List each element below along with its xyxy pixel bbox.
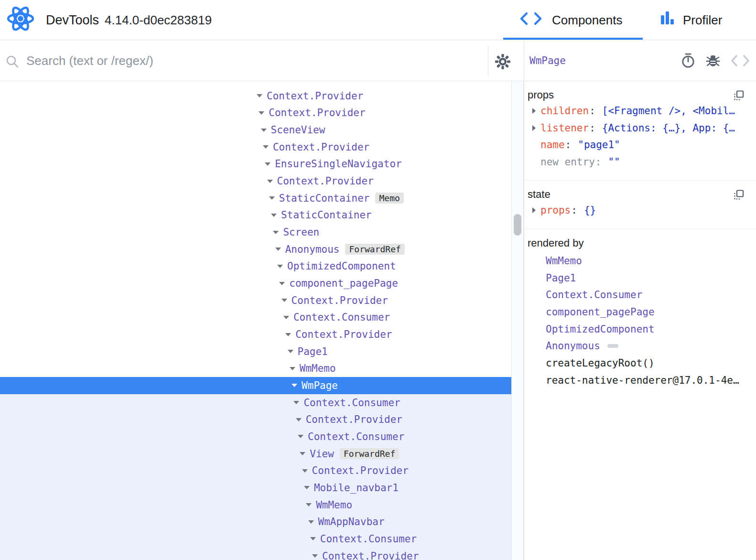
expand-arrow-icon[interactable] [292, 384, 297, 387]
expand-arrow-icon[interactable] [290, 367, 295, 370]
settings-gear-button[interactable] [494, 53, 511, 72]
component-name: Anonymous [285, 244, 340, 255]
expand-arrow-icon[interactable] [532, 125, 536, 131]
expand-arrow-icon[interactable] [269, 196, 275, 200]
expand-arrow-icon[interactable] [302, 469, 308, 473]
rendered-by-item[interactable]: Context.Consumer [524, 286, 756, 303]
rendered-by-item[interactable]: Anonymous [524, 337, 756, 355]
prop-value[interactable]: {Actions: {…}, App: {… [602, 122, 735, 134]
expand-arrow-icon[interactable] [273, 231, 279, 234]
rendered-by-label: rendered by [524, 236, 756, 250]
rendered-by-item[interactable]: WmMemo [524, 252, 756, 269]
tree-row[interactable]: Context.Provider [0, 326, 511, 343]
tree-row[interactable]: Page1 [0, 343, 511, 360]
suspend-stopwatch-icon[interactable] [681, 53, 695, 68]
expand-arrow-icon[interactable] [310, 537, 316, 540]
tree-row[interactable]: Context.Provider [0, 105, 511, 122]
app-name: DevTools [46, 13, 99, 28]
tree-row[interactable]: Context.Provider [0, 172, 511, 190]
expand-arrow-icon[interactable] [263, 145, 269, 149]
expand-arrow-icon[interactable] [267, 180, 273, 183]
props-section-label: props [524, 88, 756, 102]
tree-row[interactable]: WmAppNavbar [0, 513, 511, 530]
expand-arrow-icon[interactable] [281, 299, 287, 302]
tree-row[interactable]: WmMemo [0, 360, 511, 377]
expand-arrow-icon[interactable] [257, 94, 262, 97]
tree-row[interactable]: Context.Consumer [0, 394, 511, 411]
debug-bug-icon[interactable] [705, 53, 721, 68]
search-icon [6, 55, 19, 70]
tree-row[interactable]: StaticContainer [0, 207, 511, 224]
state-section: state props : {} [524, 181, 756, 229]
expand-arrow-icon[interactable] [275, 248, 281, 251]
tree-row[interactable]: Context.Consumer [0, 530, 511, 548]
copy-icon[interactable] [733, 90, 745, 103]
expand-arrow-icon[interactable] [259, 111, 264, 115]
tree-row[interactable]: Mobile_navbar1 [0, 479, 511, 496]
expand-arrow-icon[interactable] [308, 520, 314, 524]
expand-arrow-icon[interactable] [271, 214, 277, 217]
rendered-by-item[interactable]: createLegacyRoot() [524, 355, 756, 372]
expand-arrow-icon[interactable] [265, 162, 270, 166]
tree-row[interactable]: component_pagePage [0, 275, 511, 292]
expand-arrow-icon[interactable] [532, 207, 536, 213]
rendered-by-name: OptimizedComponent [546, 323, 655, 335]
tree-row[interactable]: Context.Provider [0, 462, 511, 479]
component-name: WmAppNavbar [318, 516, 385, 528]
component-tree: Context.Provider Context.Provider SceneV… [0, 81, 511, 560]
component-badge: ForwardRef [345, 244, 404, 255]
tree-row[interactable]: Context.Provider [0, 411, 511, 428]
prop-value[interactable]: "page1" [578, 139, 620, 151]
tab-components[interactable]: Components [519, 0, 622, 40]
rendered-by-name: Page1 [546, 272, 576, 284]
expand-arrow-icon[interactable] [532, 108, 536, 114]
prop-name: listener [540, 122, 589, 134]
tree-row[interactable]: View ForwardRef [0, 445, 511, 463]
tree-scrollbar-thumb[interactable] [514, 214, 521, 236]
expand-arrow-icon[interactable] [288, 350, 293, 353]
prop-value[interactable]: "" [608, 156, 620, 168]
expand-arrow-icon[interactable] [304, 486, 310, 489]
component-name: Context.Provider [306, 414, 402, 425]
expand-arrow-icon[interactable] [300, 452, 305, 455]
tree-row[interactable]: EnsureSingleNavigator [0, 156, 511, 173]
component-name: SceneView [271, 124, 325, 136]
search-input[interactable] [26, 46, 471, 75]
tree-row[interactable]: Context.Provider [0, 139, 511, 156]
rendered-by-item[interactable]: component_pagePage [524, 303, 756, 321]
tree-row[interactable]: Anonymous ForwardRef [0, 241, 511, 258]
tree-row[interactable]: Context.Provider [0, 548, 511, 560]
rendered-by-item[interactable]: react-native-renderer@17.0.1-4e… [524, 372, 756, 389]
tree-row[interactable]: SceneView [0, 121, 511, 139]
prop-value[interactable]: [<Fragment />, <Mobil… [602, 105, 735, 117]
expand-arrow-icon[interactable] [261, 129, 267, 132]
tree-row[interactable]: Screen [0, 224, 511, 241]
prop-colon: : [595, 156, 602, 168]
rendered-by-item[interactable]: Page1 [524, 269, 756, 287]
tree-row[interactable]: WmPage [0, 377, 511, 394]
view-source-icon[interactable] [731, 54, 750, 67]
copy-icon[interactable] [733, 189, 745, 203]
tree-row[interactable]: Context.Provider [0, 87, 511, 105]
expand-arrow-icon[interactable] [296, 418, 302, 421]
prop-value[interactable]: {} [584, 205, 596, 216]
expand-arrow-icon[interactable] [312, 554, 318, 558]
tree-row[interactable]: StaticContainer Memo [0, 190, 511, 207]
tree-row[interactable]: OptimizedComponent [0, 258, 511, 275]
bar-chart-icon [661, 11, 674, 30]
expand-arrow-icon[interactable] [298, 435, 303, 438]
expand-arrow-icon[interactable] [293, 401, 299, 404]
tree-scrollbar-track[interactable] [511, 81, 524, 560]
rendered-by-item[interactable]: OptimizedComponent [524, 321, 756, 338]
tab-profiler[interactable]: Profiler [661, 0, 722, 40]
expand-arrow-icon[interactable] [277, 265, 283, 268]
expand-arrow-icon[interactable] [283, 316, 289, 319]
tree-row[interactable]: Context.Provider [0, 292, 511, 309]
expand-arrow-icon[interactable] [279, 282, 285, 285]
tree-row[interactable]: WmMemo [0, 496, 511, 514]
expand-arrow-icon[interactable] [306, 503, 312, 506]
expand-arrow-icon[interactable] [285, 333, 291, 336]
prop-row: props : {} [524, 202, 756, 219]
tree-row[interactable]: Context.Consumer [0, 428, 511, 445]
tree-row[interactable]: Context.Consumer [0, 309, 511, 326]
